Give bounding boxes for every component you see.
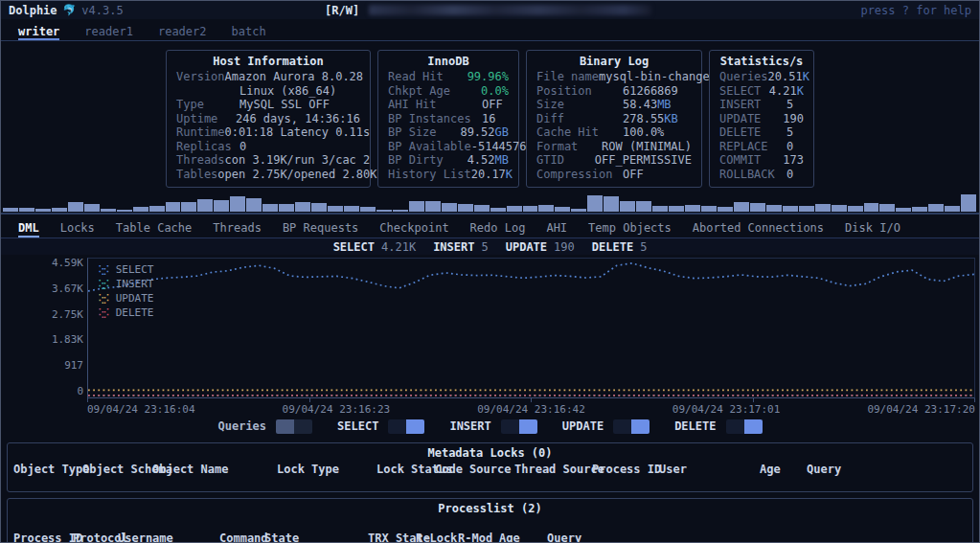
x-axis: 09/04/24 23:16:0409/04/24 23:16:2309/04/… <box>87 398 975 416</box>
x-axis-labels: 09/04/24 23:16:0409/04/24 23:16:2309/04/… <box>87 403 975 416</box>
metric-tab-ahi[interactable]: AHI <box>546 221 567 238</box>
spark-bar <box>734 202 749 212</box>
dolphin-icon: 🐬 <box>63 4 77 16</box>
panel-row: Tablesopen 2.75K/opened 2.80K <box>176 168 360 182</box>
redacted-hostname <box>369 5 651 15</box>
panel-row: BP Available-5144576B <box>388 140 509 154</box>
switch-left <box>501 419 519 434</box>
metric-tab-threads[interactable]: Threads <box>213 221 262 238</box>
innodb-panel: InnoDB Read Hit99.96%Chkpt Age0.0%AHI Hi… <box>377 50 519 188</box>
toggle-switch-queries[interactable] <box>276 419 312 434</box>
metric-tab-redo-log[interactable]: Redo Log <box>470 221 526 238</box>
spark-bar <box>214 200 229 212</box>
metric-tab-table-cache[interactable]: Table Cache <box>116 221 192 238</box>
row-label: Queries <box>719 70 768 84</box>
row-label: Size <box>536 98 623 112</box>
panel-row: AHI HitOFF <box>388 98 509 112</box>
toggle-switch-update[interactable] <box>613 419 650 434</box>
spark-bar <box>393 210 408 212</box>
row-label: Tables <box>176 168 217 182</box>
spark-bar <box>636 201 651 212</box>
row-value: OFF_PERMISSIVE <box>595 153 692 168</box>
legend-marker: ⢕⡪ <box>98 305 108 320</box>
metric-tab-aborted-connections[interactable]: Aborted Connections <box>693 221 824 238</box>
row-label: ROLLBACK <box>719 168 786 182</box>
panel-row: BP Size89.52GB <box>388 125 509 140</box>
spark-bar <box>879 204 895 212</box>
row-label: SELECT <box>719 84 769 99</box>
toggle-switch-insert[interactable] <box>501 419 537 434</box>
row-value: OFF <box>623 168 644 182</box>
row-label: Diff <box>536 112 623 126</box>
spark-bar <box>783 206 798 212</box>
spark-bar <box>328 206 343 212</box>
toggle-label: SELECT <box>337 419 378 433</box>
stat-value: 5 <box>481 240 488 254</box>
row-value: 5 <box>786 98 793 112</box>
switch-left <box>388 419 406 434</box>
row-label: DELETE <box>719 125 786 140</box>
stat-label: DELETE <box>592 240 633 254</box>
spark-bar <box>68 202 83 212</box>
column-header: Username <box>118 532 219 543</box>
column-header: Query <box>547 532 967 543</box>
metric-tabs: DMLLocksTable CacheThreadsBP RequestsChe… <box>1 215 979 238</box>
tab-reader1[interactable]: reader1 <box>84 25 133 40</box>
metric-tab-checkpoint[interactable]: Checkpoint <box>379 221 448 238</box>
queries-sparkline <box>1 192 979 212</box>
panel-row: SELECT4.21K <box>719 84 804 99</box>
row-label: Type <box>176 98 239 112</box>
row-value: 58.43MB <box>623 98 672 112</box>
column-header: Query <box>807 463 967 476</box>
panel-row: GTIDOFF_PERMISSIVE <box>536 153 692 168</box>
tab-reader2[interactable]: reader2 <box>158 25 207 40</box>
spark-bar <box>832 205 847 212</box>
tab-batch[interactable]: batch <box>232 25 266 40</box>
panel-row: INSERT5 <box>719 98 804 112</box>
row-value: 20.17K <box>471 168 513 182</box>
tab-writer[interactable]: writer <box>18 25 59 40</box>
spark-bar <box>52 208 67 212</box>
dashboard-panels: Host Information VersionAmazon Aurora 8.… <box>1 41 979 192</box>
spark-bar <box>19 208 34 212</box>
spark-bar <box>718 207 733 212</box>
column-header: Age <box>760 463 807 476</box>
column-header: Protocol <box>73 532 118 543</box>
value-unit: K <box>803 70 809 83</box>
panel-row: REPLACE0 <box>719 140 804 154</box>
x-tick-label: 09/04/24 23:16:04 <box>87 403 195 416</box>
row-value: ROW (MINIMAL) <box>602 140 692 154</box>
metric-tab-dml[interactable]: DML <box>18 221 39 238</box>
x-tick-label: 09/04/24 23:16:23 <box>283 403 391 416</box>
panel-row: UPDATE190 <box>719 112 804 126</box>
top-bar: Dolphie 🐬 v4.3.5 [R/W] press ? for help <box>1 1 979 19</box>
column-header: Object Schema <box>82 463 152 476</box>
column-header: R-Mod <box>458 532 499 543</box>
row-label <box>176 84 239 99</box>
toggle-switch-select[interactable] <box>388 419 424 434</box>
column-header: Process ID <box>592 463 659 476</box>
row-label: BP Size <box>388 125 460 140</box>
legend-marker: ⢕⡪ <box>98 262 108 277</box>
spark-bar <box>766 205 782 212</box>
legend-marker: ⢕⡪ <box>98 291 108 305</box>
switch-right <box>294 419 312 434</box>
dml-stat-select: SELECT4.21K <box>333 240 416 254</box>
panel-row: Read Hit99.96% <box>388 70 509 84</box>
legend-label: UPDATE <box>116 291 154 305</box>
metric-tab-bp-requests[interactable]: BP Requests <box>283 221 358 238</box>
row-label: File name <box>536 70 599 84</box>
metric-tab-temp-objects[interactable]: Temp Objects <box>588 221 672 238</box>
column-header: State <box>264 532 368 543</box>
row-label: BP Instances <box>388 112 482 126</box>
spark-bar <box>555 207 570 212</box>
metric-tab-locks[interactable]: Locks <box>60 221 95 238</box>
column-header: Process ID <box>13 532 73 543</box>
metric-tab-disk-i-o[interactable]: Disk I/O <box>845 221 900 238</box>
row-value: 5 <box>786 125 793 140</box>
processlist-header-row: Process IDProtocolUsernameCommandStateTR… <box>13 532 967 543</box>
y-tick-label: 0 <box>77 385 83 397</box>
toggle-switch-delete[interactable] <box>726 419 763 434</box>
panel-row: History List20.17K <box>388 168 509 182</box>
dml-stat-delete: DELETE5 <box>592 240 648 254</box>
